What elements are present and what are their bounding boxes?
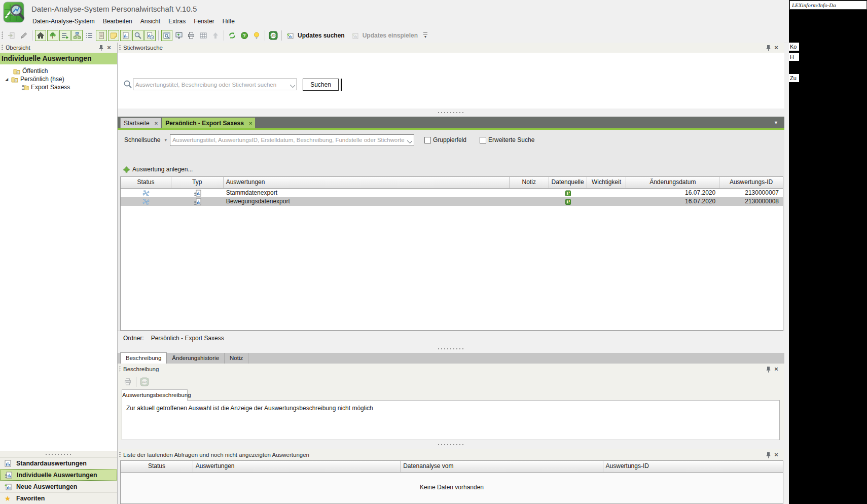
menu-fenster[interactable]: Fenster: [190, 16, 219, 27]
sidebar-header-grip[interactable]: [2, 45, 4, 51]
nav-neue-auswertungen[interactable]: Neue Auswertungen: [0, 481, 117, 492]
tab-persoenlich-export-saxess[interactable]: Persönlich - Export Saxess ×: [162, 118, 255, 128]
menu-extras[interactable]: Extras: [164, 16, 190, 27]
beschreibung-pin-button[interactable]: [764, 365, 772, 373]
toolbar-separator: [224, 30, 224, 41]
tree-expander-icon[interactable]: ◢: [4, 77, 9, 82]
panel-grip[interactable]: [119, 452, 122, 458]
horizontal-splitter[interactable]: [118, 109, 784, 117]
stichwortsuche-close-icon[interactable]: ×: [772, 44, 780, 52]
preview-button[interactable]: [161, 30, 172, 41]
create-auswertung-link[interactable]: Auswertung anlegen...: [118, 165, 193, 174]
queue-pin-button[interactable]: [764, 451, 772, 459]
script-button[interactable]: [96, 30, 107, 41]
move-up-button[interactable]: [210, 30, 221, 41]
tree-item-oeffentlich[interactable]: Öffentlich: [0, 67, 117, 75]
sidebar-pin-button[interactable]: [97, 44, 105, 52]
auswertungsbeschreibung-tab[interactable]: Auswertungsbeschreibung: [122, 389, 188, 401]
detail-tab-aenderungshistorie[interactable]: Änderungshistorie: [167, 353, 225, 364]
sidebar-splitter[interactable]: [0, 451, 117, 457]
queue-column-auswertungs-id[interactable]: Auswertungs-ID: [603, 461, 783, 472]
column-header-typ[interactable]: Typ: [171, 177, 224, 188]
help-button[interactable]: ?: [239, 30, 250, 41]
import-button[interactable]: [6, 30, 17, 41]
tree-item-export-saxess[interactable]: Export Saxess: [0, 83, 117, 91]
tree-view-button[interactable]: [47, 30, 58, 41]
tab-startseite[interactable]: Startseite ×: [120, 118, 161, 128]
table-row-bewegungsdatenexport[interactable]: Bewegungsdatenexport 16.07.2020 21300000…: [121, 197, 783, 206]
stichwort-search-input[interactable]: [133, 79, 291, 90]
tab-close-icon[interactable]: ×: [155, 120, 158, 126]
column-header-aenderungsdatum[interactable]: Änderungsdatum: [626, 177, 719, 188]
schnellsuche-label[interactable]: Schnellsuche: [124, 136, 160, 143]
beschreibung-close-icon[interactable]: ×: [772, 365, 780, 373]
search-button-toolbar[interactable]: [132, 30, 143, 41]
panel-grip[interactable]: [119, 45, 122, 51]
sidebar-close-icon[interactable]: ×: [105, 44, 113, 52]
numbered-list-button[interactable]: [84, 30, 95, 41]
queue-close-icon[interactable]: ×: [772, 451, 780, 459]
detail-tab-notiz[interactable]: Notiz: [225, 353, 248, 364]
typ-personal-icon: [194, 190, 201, 197]
tab-close-icon[interactable]: ×: [249, 120, 252, 126]
detail-tab-beschreibung[interactable]: Beschreibung: [120, 352, 167, 364]
menu-ansicht[interactable]: Ansicht: [136, 16, 164, 27]
column-header-wichtigkeit[interactable]: Wichtigkeit: [587, 177, 627, 188]
schnellsuche-caret-icon[interactable]: ▾: [164, 137, 167, 142]
horizontal-splitter[interactable]: [118, 345, 784, 353]
hierarchy-button[interactable]: [71, 30, 83, 41]
print-button[interactable]: [186, 30, 197, 41]
column-header-status[interactable]: Status: [121, 177, 171, 188]
updates-suchen-label[interactable]: Updates suchen: [298, 32, 345, 39]
horizontal-splitter[interactable]: [118, 440, 784, 449]
chart-history-button[interactable]: [144, 30, 156, 41]
print-description-button[interactable]: [122, 376, 133, 387]
star-icon: ★: [5, 494, 11, 502]
column-header-auswertungen[interactable]: Auswertungen: [224, 177, 510, 188]
refresh-button[interactable]: [227, 30, 238, 41]
column-header-notiz[interactable]: Notiz: [510, 177, 549, 188]
edit-button[interactable]: [18, 30, 29, 41]
tip-button[interactable]: [251, 30, 262, 41]
monitor-button[interactable]: [173, 30, 185, 41]
toolbar-grip[interactable]: [2, 31, 4, 40]
combo-dropdown-icon[interactable]: [407, 138, 412, 143]
queue-column-auswertungen[interactable]: Auswertungen: [193, 461, 401, 472]
updates-suchen-button[interactable]: [284, 30, 296, 41]
toolbar-separator: [265, 30, 265, 41]
suchen-button[interactable]: Suchen: [303, 79, 339, 91]
combo-dropdown-icon[interactable]: [290, 83, 295, 88]
column-header-auswertungs-id[interactable]: Auswertungs-ID: [719, 177, 783, 188]
toolbar-overflow-button[interactable]: ▾: [422, 30, 429, 41]
nav-standardauswertungen[interactable]: Standardauswertungen: [0, 457, 117, 469]
gruppierfeld-checkbox[interactable]: [424, 137, 431, 143]
queue-column-datenanalyse-vom[interactable]: Datenanalyse vom: [401, 461, 603, 472]
column-header-datenquelle[interactable]: Datenquelle: [549, 177, 587, 188]
tab-list-dropdown-icon[interactable]: ▼: [774, 120, 778, 125]
home-icon: [37, 31, 45, 40]
lexinform-description-button[interactable]: LEX: [139, 376, 150, 387]
note-button[interactable]: [108, 30, 119, 41]
erweiterte-suche-label[interactable]: Erweiterte Suche: [488, 136, 534, 143]
erweiterte-suche-checkbox[interactable]: [480, 137, 486, 143]
toolbar-separator: [158, 30, 159, 41]
menu-hilfe[interactable]: Hilfe: [219, 16, 239, 27]
table-row-stammdatenexport[interactable]: Stammdatenexport 16.07.2020 2130000007: [121, 189, 783, 197]
nav-individuelle-auswertungen[interactable]: Individuelle Auswertungen: [0, 469, 117, 481]
queue-column-status[interactable]: Status: [121, 461, 193, 472]
home-button[interactable]: [35, 30, 46, 41]
stichwortsuche-pin-button[interactable]: [764, 44, 772, 52]
grid-button[interactable]: [198, 30, 209, 41]
updates-einspielen-button[interactable]: [349, 30, 360, 41]
panel-grip[interactable]: [119, 366, 122, 372]
updates-einspielen-label[interactable]: Updates einspielen: [363, 32, 418, 39]
nav-favoriten[interactable]: ★ Favoriten: [0, 492, 117, 504]
menu-bearbeiten[interactable]: Bearbeiten: [99, 16, 136, 27]
report-chart-button[interactable]: [120, 30, 131, 41]
quick-search-input[interactable]: [170, 135, 408, 146]
tree-item-persoenlich[interactable]: ◢ Persönlich (hse): [0, 75, 117, 83]
list-add-button[interactable]: [59, 30, 70, 41]
lexinform-button[interactable]: LEX: [268, 30, 279, 41]
gruppierfeld-label[interactable]: Gruppierfeld: [433, 136, 466, 143]
menu-daten-analyse-system[interactable]: Daten-Analyse-System: [28, 16, 99, 27]
